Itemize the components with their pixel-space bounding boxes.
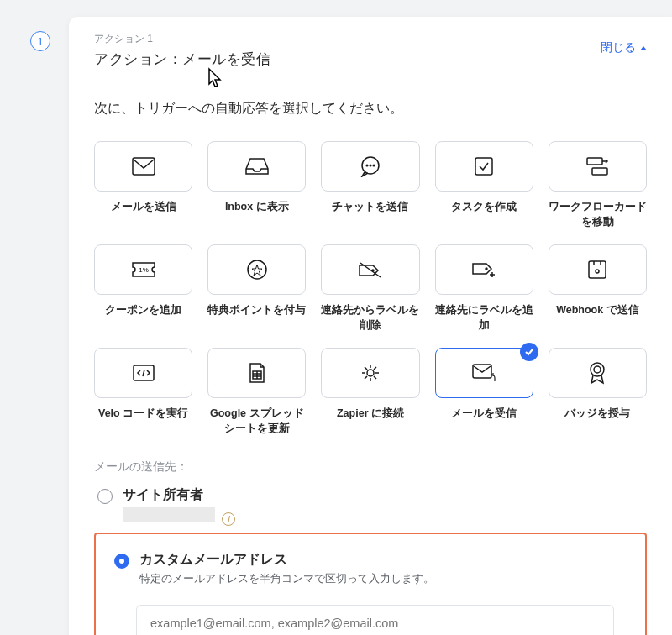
action-grid: メールを送信 Inbox に表示 チャットを送信 [94, 141, 647, 436]
label-remove-icon [358, 260, 383, 279]
svg-point-22 [591, 363, 604, 376]
tile-label-remove[interactable]: 連絡先からラベルを削除 [321, 244, 419, 333]
tile-label: クーポンを追加 [94, 303, 192, 318]
tile-label: Zapier に接続 [321, 407, 419, 422]
action-title: アクション：メールを受信 [94, 50, 270, 69]
badge-icon [588, 361, 606, 385]
tile-inbox[interactable]: Inbox に表示 [207, 141, 306, 229]
tile-label: バッジを授与 [549, 407, 647, 422]
tile-chat[interactable]: チャットを送信 [321, 141, 419, 229]
close-label: 閉じる [601, 40, 636, 55]
tile-label: 連絡先からラベルを削除 [321, 303, 419, 333]
chevron-up-icon [640, 46, 647, 50]
coupon-icon: 1% [131, 261, 156, 278]
svg-rect-0 [133, 158, 155, 175]
radio-label: カスタムメールアドレス [139, 551, 434, 569]
tile-label: 連絡先にラベルを追加 [435, 303, 533, 333]
action-card: アクション 1 アクション：メールを受信 閉じる 次に、トリガーへの自動応答を選… [69, 17, 672, 635]
tile-coupon[interactable]: 1% クーポンを追加 [94, 244, 192, 333]
radio-custom-email[interactable]: カスタムメールアドレス 特定のメールアドレスを半角コンマで区切って入力します。 [114, 551, 630, 586]
svg-point-23 [594, 366, 601, 373]
star-icon [246, 259, 268, 281]
tile-badge[interactable]: バッジを授与 [549, 348, 647, 436]
svg-point-14 [596, 270, 599, 273]
tile-label: Inbox に表示 [207, 200, 306, 215]
svg-point-2 [366, 165, 368, 166]
svg-rect-7 [592, 168, 607, 175]
svg-point-3 [370, 165, 371, 166]
tile-velo[interactable]: Velo コードを実行 [94, 348, 192, 436]
sheet-icon [248, 362, 266, 384]
radio-site-owner[interactable]: サイト所有者 i [97, 486, 647, 526]
mail-receive-icon [471, 363, 496, 383]
svg-rect-21 [473, 365, 491, 378]
tile-label: タスクを作成 [435, 200, 533, 215]
tile-label: ワークフローカードを移動 [549, 200, 647, 229]
custom-email-input[interactable] [136, 605, 614, 635]
tile-label: メールを受信 [435, 407, 533, 422]
action-subtitle: アクション 1 [94, 32, 270, 46]
recipient-section-label: メールの送信先： [94, 459, 647, 475]
tile-label: Webhook で送信 [549, 303, 647, 318]
svg-point-12 [486, 268, 487, 270]
redacted-placeholder [123, 507, 215, 522]
close-button[interactable]: 閉じる [601, 40, 647, 55]
tile-webhook[interactable]: Webhook で送信 [549, 244, 647, 333]
tile-label-add[interactable]: 連絡先にラベルを追加 [435, 244, 533, 333]
prompt-text: 次に、トリガーへの自動応答を選択してください。 [94, 100, 647, 118]
svg-point-4 [373, 165, 375, 166]
radio-input[interactable] [97, 489, 113, 504]
tile-points[interactable]: 特典ポイントを付与 [207, 244, 306, 333]
tile-task[interactable]: タスクを作成 [435, 141, 533, 229]
radio-input[interactable] [114, 554, 129, 569]
tile-label: チャットを送信 [321, 200, 419, 215]
tile-send-email[interactable]: メールを送信 [94, 141, 192, 229]
mail-icon [132, 157, 155, 176]
tile-receive-email[interactable]: メールを受信 [435, 348, 533, 436]
svg-text:1%: 1% [139, 266, 149, 274]
svg-rect-6 [587, 158, 602, 165]
inbox-icon [245, 157, 269, 176]
workflow-icon [585, 156, 609, 176]
highlighted-section: カスタムメールアドレス 特定のメールアドレスを半角コンマで区切って入力します。 [94, 533, 647, 635]
chat-icon [359, 155, 382, 177]
check-icon [520, 343, 538, 361]
tile-label: 特典ポイントを付与 [207, 303, 306, 318]
tile-zapier[interactable]: Zapier に接続 [321, 348, 419, 436]
zapier-icon [360, 362, 381, 384]
task-icon [474, 156, 494, 176]
tile-label: メールを送信 [94, 200, 192, 215]
tile-sheets[interactable]: Google スプレッドシートを更新 [207, 348, 306, 436]
label-add-icon [471, 260, 496, 279]
tile-label: Velo コードを実行 [94, 407, 192, 422]
code-icon [132, 364, 155, 382]
radio-sublabel: 特定のメールアドレスを半角コンマで区切って入力します。 [139, 572, 434, 586]
step-number-badge: 1 [30, 31, 50, 51]
svg-point-20 [367, 370, 374, 376]
svg-rect-5 [475, 158, 492, 175]
card-header: アクション 1 アクション：メールを受信 閉じる [69, 17, 672, 81]
webhook-icon [586, 259, 608, 281]
radio-label: サイト所有者 [123, 487, 203, 501]
tile-workflow[interactable]: ワークフローカードを移動 [549, 141, 647, 229]
tile-label: Google スプレッドシートを更新 [207, 407, 306, 436]
info-icon[interactable]: i [222, 512, 235, 526]
